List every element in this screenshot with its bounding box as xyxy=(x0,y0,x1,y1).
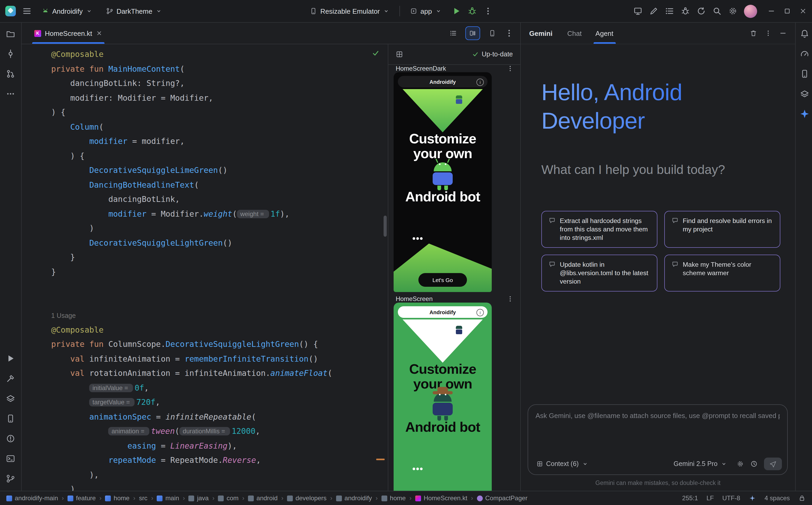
code-line[interactable]: private fun ColumnScope.DecorativeSquigg… xyxy=(51,337,388,352)
model-selector[interactable]: Gemini 2.5 Pro xyxy=(670,459,730,469)
code-line[interactable]: ) { xyxy=(51,106,388,120)
code-line[interactable]: val infiniteAnimation = rememberInfinite… xyxy=(51,352,388,366)
editor-tab-homescreen[interactable]: K HomeScreen.kt xyxy=(29,23,107,44)
breadcrumb-item[interactable]: com xyxy=(218,494,238,502)
search-everywhere-icon[interactable] xyxy=(712,6,722,16)
window-close-button[interactable] xyxy=(799,7,807,15)
split-view-toggle[interactable] xyxy=(465,26,480,40)
device-manager-tool-icon[interactable] xyxy=(6,414,15,423)
suggestion-card[interactable]: Find and resolve build errors in my proj… xyxy=(664,211,780,248)
code-line[interactable]: ) xyxy=(51,482,388,491)
tab-chat[interactable]: Chat xyxy=(566,23,583,44)
code-line[interactable] xyxy=(51,294,388,308)
breadcrumb-item[interactable]: developers xyxy=(287,494,326,502)
device-explorer-icon[interactable] xyxy=(800,69,809,78)
file-encoding[interactable]: UTF-8 xyxy=(722,494,740,502)
code-line[interactable]: modifier = modifier, xyxy=(51,134,388,149)
code-line[interactable]: targetValue = 720f, xyxy=(51,395,388,410)
suggestion-card[interactable]: Update kotlin in @libs.version.toml to t… xyxy=(541,255,658,292)
gemini-tool-icon[interactable] xyxy=(800,109,809,119)
editor-options-icon[interactable] xyxy=(504,28,514,38)
more-actions-icon[interactable] xyxy=(483,6,492,16)
gemini-options-icon[interactable] xyxy=(765,29,772,37)
editor-scrollbar[interactable] xyxy=(383,216,387,237)
profiler-icon[interactable] xyxy=(800,49,809,58)
suggestion-card[interactable]: Make my Theme's color scheme warmer xyxy=(664,255,780,292)
user-avatar[interactable] xyxy=(744,4,757,18)
line-ending[interactable]: LF xyxy=(706,494,714,502)
code-line[interactable]: } xyxy=(51,265,388,279)
breadcrumb-item[interactable]: androidify xyxy=(336,494,372,502)
code-line[interactable]: repeatMode = RepeatMode.Reverse, xyxy=(51,453,388,468)
device-selector[interactable]: Resizable Emulator xyxy=(306,5,393,17)
preview-options-icon[interactable] xyxy=(506,65,514,72)
code-line[interactable]: ), xyxy=(51,468,388,482)
ai-spark-icon[interactable] xyxy=(749,494,756,502)
run-configuration-selector[interactable]: app xyxy=(406,5,445,17)
ai-bug-icon[interactable] xyxy=(681,6,690,16)
debug-button[interactable] xyxy=(467,6,477,16)
ai-pencil-icon[interactable] xyxy=(649,6,659,16)
breadcrumb-item[interactable]: android xyxy=(248,494,277,502)
code-line[interactable]: easing = LinearEasing), xyxy=(51,439,388,453)
problems-tool-icon[interactable] xyxy=(6,434,15,443)
project-selector[interactable]: Androidify xyxy=(38,5,96,17)
context-selector[interactable]: Context (6) xyxy=(534,459,591,469)
code-line[interactable]: Column( xyxy=(51,120,388,134)
notifications-icon[interactable] xyxy=(800,29,809,38)
tab-agent[interactable]: Agent xyxy=(594,23,614,44)
readonly-lock-icon[interactable] xyxy=(798,494,806,502)
settings-gear-icon[interactable] xyxy=(728,6,737,16)
build-tool-icon[interactable] xyxy=(6,374,15,383)
breadcrumb-item[interactable]: CompactPager xyxy=(477,494,528,502)
breadcrumb-item[interactable]: feature xyxy=(68,494,96,502)
code-line[interactable]: ) xyxy=(51,221,388,236)
terminal-tool-icon[interactable] xyxy=(6,454,15,463)
breadcrumb-item[interactable]: java xyxy=(189,494,209,502)
preview-layout-icon[interactable] xyxy=(396,51,403,58)
code-line[interactable]: initialValue = 0f, xyxy=(51,381,388,395)
breadcrumb-item[interactable]: main xyxy=(157,494,179,502)
delete-conversation-icon[interactable] xyxy=(750,29,757,37)
code-line[interactable]: } xyxy=(51,250,388,265)
task-list-icon[interactable] xyxy=(665,6,674,16)
run-tool-icon[interactable] xyxy=(6,354,15,363)
todo-stripe-mark[interactable] xyxy=(376,459,385,460)
window-minimize-button[interactable] xyxy=(768,7,775,15)
gemini-prompt-input[interactable]: Ask Gemini, use @filename to attach sour… xyxy=(528,404,788,475)
breadcrumb-item[interactable]: home xyxy=(381,494,406,502)
code-line[interactable]: animation = tween(durationMillis = 12000… xyxy=(51,425,388,439)
code-line[interactable]: dancingBotLink: String?, xyxy=(51,76,388,91)
project-tool-icon[interactable] xyxy=(6,29,15,38)
code-line[interactable]: @Composable xyxy=(51,323,388,337)
code-line[interactable]: val rotationAnimation = infiniteAnimatio… xyxy=(51,366,388,381)
code-line[interactable]: ) { xyxy=(51,149,388,163)
preview-phone-light[interactable]: Androidify i Customize your own xyxy=(393,303,492,491)
breadcrumb-item[interactable]: home xyxy=(105,494,129,502)
run-button[interactable] xyxy=(451,6,461,16)
code-line[interactable]: modifier = Modifier.weight(weight = 1f), xyxy=(51,207,388,221)
gradle-sync-icon[interactable] xyxy=(696,6,706,16)
prompt-settings-icon[interactable] xyxy=(736,460,744,468)
vcs-branch-selector[interactable]: DarkTheme xyxy=(102,5,166,17)
code-line[interactable]: private fun MainHomeContent( xyxy=(51,62,388,76)
commit-tool-icon[interactable] xyxy=(6,49,15,58)
code-line[interactable]: DecorativeSquiggleLimeGreen() xyxy=(51,163,388,178)
preview-phone-dark[interactable]: Androidify i Customize your own xyxy=(393,72,492,292)
design-view-toggle[interactable] xyxy=(485,27,499,39)
layout-inspector-icon[interactable] xyxy=(800,89,809,99)
inspection-ok-icon[interactable] xyxy=(372,49,379,57)
breadcrumb-item[interactable]: src xyxy=(139,494,147,502)
main-menu-icon[interactable] xyxy=(22,6,32,16)
code-line[interactable]: 1 Usage xyxy=(51,308,388,323)
packages-tool-icon[interactable] xyxy=(6,394,15,403)
preview-options-icon[interactable] xyxy=(506,295,514,303)
code-line[interactable]: modifier: Modifier = Modifier, xyxy=(51,91,388,106)
running-devices-icon[interactable] xyxy=(633,6,643,16)
prompt-history-icon[interactable] xyxy=(750,460,758,468)
send-button[interactable] xyxy=(764,458,782,470)
code-editor[interactable]: @Composableprivate fun MainHomeContent( … xyxy=(22,44,388,491)
code-line[interactable]: dancingBotLink, xyxy=(51,192,388,207)
hide-panel-icon[interactable] xyxy=(779,29,787,37)
code-line[interactable] xyxy=(51,279,388,294)
